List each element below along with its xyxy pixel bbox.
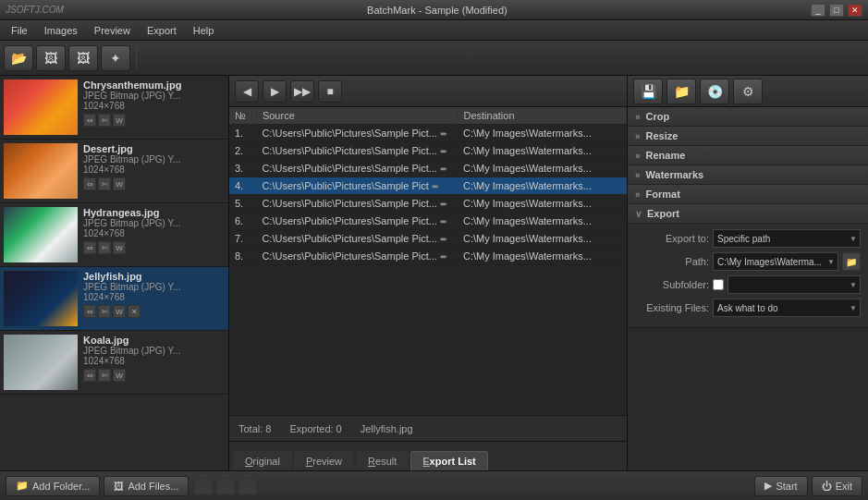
tabs-bar: Original Preview Result Export List bbox=[229, 441, 627, 470]
file-action-resize-4[interactable]: ⇔ bbox=[83, 369, 96, 382]
file-action-wm-1[interactable]: W bbox=[113, 177, 126, 190]
file-action-wm-4[interactable]: W bbox=[113, 369, 126, 382]
file-action-x-3[interactable]: ✕ bbox=[128, 305, 141, 318]
file-item-4[interactable]: Koala.jpg JPEG Bitmap (JPG) Y... 1024×76… bbox=[0, 331, 228, 395]
export-to-select[interactable]: Specific path Same as source bbox=[713, 229, 861, 248]
table-row-2[interactable]: 3. C:\Users\Public\Pictures\Sample Pict.… bbox=[229, 160, 627, 177]
section-crop[interactable]: » Crop bbox=[628, 107, 868, 127]
export-to-wrapper: Specific path Same as source bbox=[713, 229, 861, 248]
file-action-resize-2[interactable]: ⇔ bbox=[83, 241, 96, 254]
file-item-3[interactable]: Jellyfish.jpg JPEG Bitmap (JPG) Y... 102… bbox=[0, 267, 228, 331]
file-action-crop-3[interactable]: ✄ bbox=[98, 305, 111, 318]
file-info-0: Chrysanthemum.jpg JPEG Bitmap (JPG) Y...… bbox=[83, 79, 225, 127]
path-select[interactable]: C:\My Images\Waterma... bbox=[713, 252, 838, 271]
tab-extra-1[interactable] bbox=[194, 478, 213, 494]
file-size-4: 1024×768 bbox=[83, 356, 225, 366]
path-label: Path: bbox=[635, 256, 709, 267]
cell-num-1: 2. bbox=[229, 142, 256, 160]
play-play-btn[interactable]: ▶ bbox=[263, 80, 287, 103]
add-folder-icon: 📁 bbox=[16, 480, 29, 492]
file-action-wm-0[interactable]: W bbox=[113, 114, 126, 127]
play-stop-btn[interactable]: ■ bbox=[318, 80, 342, 103]
cell-dest-6: C:\My Images\Watermarks... bbox=[458, 230, 627, 248]
title-bar: JSOFTJ.COM BatchMark - Sample (Modified)… bbox=[0, 0, 868, 20]
toolbar-wand-btn[interactable]: ✦ bbox=[101, 45, 130, 71]
file-action-crop-1[interactable]: ✄ bbox=[98, 177, 111, 190]
file-type-0: JPEG Bitmap (JPG) Y... bbox=[83, 91, 225, 101]
menu-preview[interactable]: Preview bbox=[87, 23, 138, 38]
add-folder-btn[interactable]: 📁 Add Folder... bbox=[6, 476, 100, 496]
file-item-1[interactable]: Desert.jpg JPEG Bitmap (JPG) Y... 1024×7… bbox=[0, 140, 228, 203]
exit-btn[interactable]: ⏻ Exit bbox=[812, 476, 862, 496]
subfolder-input-wrapper bbox=[727, 275, 861, 294]
minimize-button[interactable]: _ bbox=[811, 4, 825, 17]
add-files-btn[interactable]: 🖼 Add Files... bbox=[104, 476, 189, 496]
tab-extra-3[interactable] bbox=[238, 478, 257, 494]
cell-source-7: C:\Users\Public\Pictures\Sample Pict... … bbox=[256, 248, 458, 265]
menu-export[interactable]: Export bbox=[140, 23, 184, 38]
col-source: Source bbox=[256, 107, 458, 125]
file-item-0[interactable]: Chrysanthemum.jpg JPEG Bitmap (JPG) Y...… bbox=[0, 76, 228, 140]
file-action-crop-2[interactable]: ✄ bbox=[98, 241, 111, 254]
table-row-5[interactable]: 6. C:\Users\Public\Pictures\Sample Pict.… bbox=[229, 213, 627, 230]
existing-files-select[interactable]: Ask what to do Overwrite Skip Rename bbox=[713, 299, 861, 317]
file-type-4: JPEG Bitmap (JPG) Y... bbox=[83, 346, 225, 356]
table-row-7[interactable]: 8. C:\Users\Public\Pictures\Sample Pict.… bbox=[229, 248, 627, 265]
file-action-crop-4[interactable]: ✄ bbox=[98, 369, 111, 382]
menu-file[interactable]: File bbox=[4, 23, 35, 38]
table-row-1[interactable]: 2. C:\Users\Public\Pictures\Sample Pict.… bbox=[229, 142, 627, 160]
file-action-resize-0[interactable]: ⇔ bbox=[83, 114, 96, 127]
table-row-3[interactable]: 4. C:\Users\Public\Pictures\Sample Pict … bbox=[229, 177, 627, 195]
right-tb-disk-btn[interactable]: 💿 bbox=[700, 79, 729, 104]
cell-source-6: C:\Users\Public\Pictures\Sample Pict... … bbox=[256, 230, 458, 248]
tab-result[interactable]: Result bbox=[356, 451, 409, 470]
existing-files-row: Existing Files: Ask what to do Overwrite… bbox=[635, 299, 861, 317]
file-action-wm-2[interactable]: W bbox=[113, 241, 126, 254]
right-tb-folder-btn[interactable]: 📁 bbox=[666, 79, 696, 104]
subfolder-checkbox[interactable] bbox=[713, 279, 724, 290]
section-watermarks[interactable]: » Watermarks bbox=[628, 165, 868, 185]
path-browse-btn[interactable]: 📁 bbox=[842, 252, 861, 271]
file-item-2[interactable]: Hydrangeas.jpg JPEG Bitmap (JPG) Y... 10… bbox=[0, 203, 228, 267]
play-prev-btn[interactable]: ◀ bbox=[235, 80, 259, 103]
right-tb-settings-btn[interactable]: ⚙ bbox=[733, 79, 763, 104]
section-resize-label: Resize bbox=[646, 130, 679, 141]
tab-extra-2[interactable] bbox=[216, 478, 235, 494]
existing-files-label: Existing Files: bbox=[635, 302, 709, 313]
toolbar-open-btn[interactable]: 📂 bbox=[4, 45, 33, 71]
file-actions-0: ⇔ ✄ W bbox=[83, 114, 225, 127]
section-resize[interactable]: » Resize bbox=[628, 127, 868, 146]
play-next-btn[interactable]: ▶▶ bbox=[290, 80, 314, 103]
toolbar-img2-btn[interactable]: 🖼 bbox=[68, 45, 98, 71]
menu-help[interactable]: Help bbox=[186, 23, 222, 38]
tab-original[interactable]: Original bbox=[233, 451, 292, 470]
section-rename[interactable]: » Rename bbox=[628, 146, 868, 165]
section-format[interactable]: » Format bbox=[628, 185, 868, 204]
maximize-button[interactable]: □ bbox=[829, 4, 844, 17]
file-actions-4: ⇔ ✄ W bbox=[83, 369, 225, 382]
cell-dest-5: C:\My Images\Watermarks... bbox=[458, 213, 627, 230]
section-export[interactable]: ∨ Export bbox=[628, 204, 868, 224]
close-button[interactable]: ✕ bbox=[848, 4, 862, 17]
table-row-4[interactable]: 5. C:\Users\Public\Pictures\Sample Pict.… bbox=[229, 195, 627, 213]
tab-preview[interactable]: Preview bbox=[294, 451, 354, 470]
menu-images[interactable]: Images bbox=[37, 23, 85, 38]
watermarks-arrow-icon: » bbox=[635, 170, 641, 180]
table-row-6[interactable]: 7. C:\Users\Public\Pictures\Sample Pict.… bbox=[229, 230, 627, 248]
start-btn[interactable]: ▶ Start bbox=[754, 476, 807, 496]
toolbar-img1-btn[interactable]: 🖼 bbox=[36, 45, 66, 71]
center-panel: ◀ ▶ ▶▶ ■ № Source Destination 1. C:\User… bbox=[229, 76, 628, 470]
file-action-wm-3[interactable]: W bbox=[113, 305, 126, 318]
file-name-2: Hydrangeas.jpg bbox=[83, 207, 225, 218]
menu-bar: File Images Preview Export Help bbox=[0, 20, 868, 41]
file-action-resize-1[interactable]: ⇔ bbox=[83, 177, 96, 190]
tab-export-list[interactable]: Export List bbox=[410, 451, 487, 470]
file-thumb-2 bbox=[4, 207, 78, 262]
file-actions-3: ⇔ ✄ W ✕ bbox=[83, 305, 225, 318]
subfolder-select[interactable] bbox=[727, 275, 861, 294]
right-tb-save-btn[interactable]: 💾 bbox=[633, 79, 663, 104]
table-row-0[interactable]: 1. C:\Users\Public\Pictures\Sample Pict.… bbox=[229, 125, 627, 142]
start-label: Start bbox=[776, 481, 797, 492]
file-action-resize-3[interactable]: ⇔ bbox=[83, 305, 96, 318]
file-action-crop-0[interactable]: ✄ bbox=[98, 114, 111, 127]
